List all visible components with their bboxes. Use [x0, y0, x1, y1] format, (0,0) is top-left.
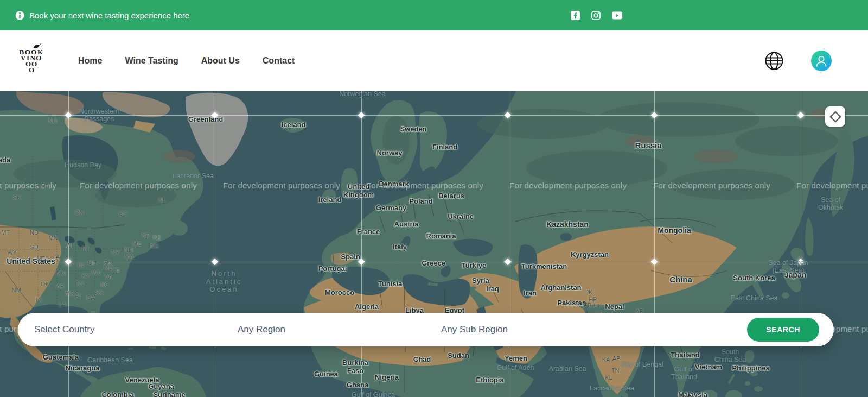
- grid-line-vertical: [215, 91, 215, 397]
- grid-line-vertical: [801, 91, 801, 397]
- logo[interactable]: BOOK VINO OO O: [17, 49, 46, 73]
- map-region-code-label: AP: [612, 355, 621, 362]
- map-country-label: Sudan: [448, 352, 469, 360]
- map-region-code-label: OH: [88, 260, 97, 266]
- map-sea-label: Hudson Bay: [65, 161, 101, 169]
- map-region-code-label: DE: [111, 267, 119, 273]
- map-country-label: Ethiopia: [476, 376, 503, 385]
- map-country-label: Morocco: [325, 289, 354, 297]
- map-sea-label: Gulf of Aden: [497, 364, 534, 371]
- nav-item-contact[interactable]: Contact: [263, 56, 295, 66]
- map-region-code-label: WI: [66, 242, 73, 249]
- map-region-code-label: UK: [593, 303, 602, 309]
- map-country-label: Philippines: [732, 364, 769, 373]
- map-sea-label: South China Sea: [714, 348, 746, 363]
- dev-watermark: For development purposes only: [80, 181, 197, 190]
- map-country-label: United Kingdom: [343, 183, 374, 199]
- map-region-code-label: PE: [153, 235, 161, 241]
- announcement-message: Book your next wine tasting experience h…: [15, 11, 189, 20]
- user-avatar-icon[interactable]: [811, 51, 832, 71]
- map-country-label: China: [669, 275, 692, 285]
- info-circle-icon: [15, 11, 24, 20]
- header-icons: [764, 30, 832, 91]
- search-field-any-region[interactable]: Any Region: [238, 313, 285, 346]
- map-country-label: Mongolia: [658, 226, 691, 235]
- map-region-code-label: KA: [602, 356, 610, 363]
- map-region-code-label: IA: [54, 254, 60, 260]
- map-region-code-label: WV: [92, 269, 101, 276]
- search-button[interactable]: SEARCH: [747, 318, 819, 342]
- map-region-code-label: PB: [584, 302, 592, 308]
- map-region-code-label: MA: [125, 253, 134, 260]
- map-sea-label: North Atlantic Ocean: [206, 270, 242, 294]
- map-region-code-label: NC: [100, 281, 109, 288]
- search-bar: Select CountryAny RegionAny Sub Region S…: [18, 313, 834, 346]
- map-sea-label: Laccadive Sea: [590, 385, 634, 392]
- map-country-label: United States: [7, 257, 55, 266]
- world-map[interactable]: For development purposes onlyFor develop…: [0, 91, 868, 397]
- map-country-label: ada: [0, 156, 10, 165]
- map-region-code-label: JK: [586, 289, 593, 295]
- dev-watermark: For development purposes only: [653, 181, 770, 190]
- pan-button[interactable]: [825, 106, 845, 127]
- map-region-code-label: WY: [7, 249, 17, 256]
- map-country-label: Denmark: [379, 180, 409, 188]
- map-sea-label: Labrador Sea: [173, 172, 214, 180]
- map-country-label: France: [357, 228, 380, 236]
- map-sea-label: Norwegian Sea: [339, 91, 385, 98]
- nav-item-about-us[interactable]: About Us: [201, 56, 240, 66]
- nav-item-wine-tasting[interactable]: Wine Tasting: [125, 56, 178, 66]
- logo-line-4: O: [17, 67, 46, 73]
- map-country-label: Nepal: [605, 303, 624, 311]
- map-sea-label: Gulf of Guinea: [352, 391, 395, 397]
- map-country-label: Syria: [472, 277, 489, 285]
- globe-icon[interactable]: [764, 51, 784, 71]
- map-country-label: Portugal: [318, 265, 347, 273]
- instagram-icon[interactable]: [591, 11, 601, 20]
- map-sea-label: Arabian Sea: [549, 365, 586, 373]
- grid-line-vertical: [508, 91, 508, 397]
- map-country-label: Romania: [426, 232, 456, 241]
- map-country-label: Belarus: [438, 192, 464, 200]
- map-country-label: Ukraine: [448, 213, 474, 221]
- map-country-label: Nigeria: [375, 374, 399, 382]
- map-region-code-label: NM: [11, 287, 21, 293]
- youtube-icon[interactable]: [612, 11, 622, 20]
- dev-watermark: For development purposes only: [796, 181, 868, 190]
- map-region-code-label: AR: [56, 283, 64, 289]
- map-region-code-label: MT: [1, 229, 10, 236]
- map-country-label: Kyrgyzstan: [571, 251, 609, 259]
- facebook-icon[interactable]: [571, 11, 580, 20]
- map-region-code-label: VA: [105, 274, 112, 280]
- map-country-label: Guyana: [148, 383, 174, 391]
- map-region-code-label: QC: [119, 210, 128, 217]
- map-country-label: Suriname: [153, 391, 185, 397]
- nav-item-home[interactable]: Home: [78, 56, 102, 66]
- map-region-code-label: NU: [48, 118, 57, 124]
- map-region-code-label: SC: [95, 289, 103, 295]
- map-region-code-label: OK: [41, 281, 49, 287]
- map-country-label: Germany: [376, 204, 406, 212]
- map-country-label: Nicaragua: [66, 364, 100, 373]
- map-sea-label: Caribbean Sea: [87, 356, 132, 364]
- map-country-label: Pakistan: [557, 299, 586, 307]
- map-region-code-label: NH: [124, 247, 133, 253]
- map-region-code-label: KL: [605, 374, 612, 381]
- map-country-label: Greece: [422, 260, 445, 268]
- grid-line-vertical: [654, 91, 655, 397]
- map-country-label: Kazakhstan: [546, 220, 589, 229]
- map-region-code-label: NL: [158, 197, 166, 203]
- map-region-code-label: KY: [82, 273, 90, 279]
- map-region-code-label: GA: [86, 294, 95, 301]
- map-country-label: Vietnam: [695, 363, 722, 371]
- map-country-label: Finland: [432, 143, 457, 152]
- map-sea-label: Sea of Japan (East Sea): [768, 259, 808, 274]
- grid-line-horizontal: [0, 115, 868, 116]
- search-field-select-country[interactable]: Select Country: [34, 313, 95, 346]
- map-country-label: Greenland: [188, 116, 223, 124]
- search-field-any-sub-region[interactable]: Any Sub Region: [441, 313, 508, 346]
- map-country-label: Turkmenistan: [521, 263, 567, 271]
- map-country-label: Iran: [524, 289, 537, 298]
- map-country-label: Algeria: [355, 303, 379, 311]
- map-region-code-label: TN: [611, 367, 620, 374]
